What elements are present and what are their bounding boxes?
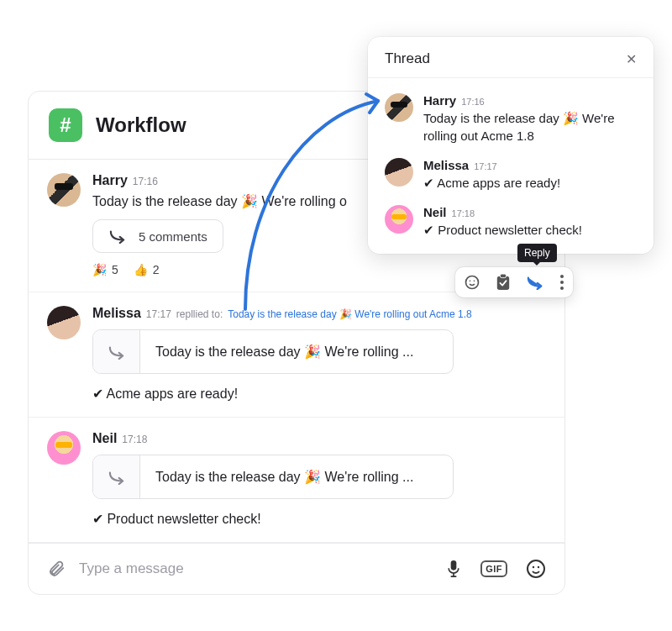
mic-icon[interactable] <box>445 559 462 579</box>
quoted-message[interactable]: Today is the release day 🎉 We're rolling… <box>92 455 454 499</box>
timestamp: 17:16 <box>461 97 485 107</box>
message-row: Melissa 17:17 repllied to: Today is the … <box>29 292 564 418</box>
sender-name[interactable]: Melissa <box>92 306 141 321</box>
sender-name[interactable]: Neil <box>423 205 447 219</box>
timestamp: 17:17 <box>146 308 171 320</box>
close-icon[interactable]: ✕ <box>626 51 637 67</box>
quoted-text: Today is the release day 🎉 We're rolling… <box>140 330 428 373</box>
divider <box>368 77 654 78</box>
svg-point-3 <box>528 560 544 577</box>
replied-to-link[interactable]: Today is the release day 🎉 We're rolling… <box>228 308 472 320</box>
hash-icon: # <box>49 108 82 142</box>
reaction-count: 5 <box>112 263 118 276</box>
avatar[interactable] <box>47 306 81 339</box>
svg-point-13 <box>560 287 564 290</box>
channel-title: Workflow <box>96 113 186 137</box>
comments-count-label: 5 comments <box>139 229 207 244</box>
thread-message: Neil 17:18 ✔ Product newsletter check! <box>368 198 654 245</box>
svg-point-7 <box>470 281 471 282</box>
sender-name[interactable]: Harry <box>423 93 456 108</box>
timestamp: 17:17 <box>474 161 497 171</box>
avatar[interactable] <box>47 431 81 465</box>
emoji-icon: 👍 <box>134 263 148 276</box>
svg-rect-10 <box>500 274 506 278</box>
message-text: ✔ Product newsletter check! <box>423 221 582 239</box>
svg-point-11 <box>560 275 564 278</box>
emoji-react-button[interactable] <box>464 274 480 291</box>
attach-icon[interactable] <box>47 560 66 578</box>
quoted-text: Today is the release day 🎉 We're rolling… <box>140 455 428 498</box>
thread-panel: Thread ✕ Harry 17:16 Today is the releas… <box>368 37 654 254</box>
avatar[interactable] <box>385 158 413 187</box>
svg-point-4 <box>533 566 534 568</box>
reaction-thumbs-up[interactable]: 👍 2 <box>134 263 160 276</box>
quoted-message[interactable]: Today is the release day 🎉 We're rolling… <box>92 329 454 374</box>
svg-rect-9 <box>497 276 509 290</box>
message-text: ✔ Acme apps are ready! <box>92 386 546 402</box>
comments-button[interactable]: 5 comments <box>92 219 223 253</box>
timestamp: 17:16 <box>133 176 158 187</box>
reply-button[interactable] <box>526 275 544 290</box>
svg-point-6 <box>466 276 479 289</box>
gif-button[interactable]: GIF <box>480 560 507 577</box>
message-action-bar: Reply <box>455 267 573 297</box>
sender-name[interactable]: Neil <box>92 431 117 446</box>
message-text: ✔ Acme apps are ready! <box>423 174 560 192</box>
message-input[interactable] <box>79 560 432 577</box>
reaction-tada[interactable]: 🎉 5 <box>92 263 118 276</box>
reply-arrow-icon <box>93 330 140 373</box>
avatar[interactable] <box>385 93 413 122</box>
timestamp: 17:18 <box>452 208 475 218</box>
thread-message: Melissa 17:17 ✔ Acme apps are ready! <box>368 151 654 198</box>
reply-arrow-icon <box>108 229 127 244</box>
emoji-icon: 🎉 <box>92 263 107 276</box>
thread-title: Thread <box>385 50 430 67</box>
message-row: Neil 17:18 Today is the release day 🎉 We… <box>29 418 564 543</box>
sender-name[interactable]: Melissa <box>423 158 469 172</box>
avatar[interactable] <box>47 173 81 207</box>
svg-point-12 <box>560 281 564 284</box>
task-button[interactable] <box>496 274 511 291</box>
avatar[interactable] <box>385 205 413 234</box>
composer: GIF <box>29 543 564 594</box>
thread-message: Harry 17:16 Today is the release day 🎉 W… <box>368 87 654 151</box>
reply-tooltip: Reply <box>517 244 557 262</box>
svg-point-5 <box>538 566 539 568</box>
message-text: ✔ Product newsletter check! <box>92 511 546 527</box>
emoji-icon[interactable] <box>526 559 546 579</box>
reply-arrow-icon <box>93 455 140 498</box>
replied-to-label: repllied to: <box>176 308 223 320</box>
message-text: Today is the release day 🎉 We're rolling… <box>423 109 637 145</box>
sender-name[interactable]: Harry <box>92 173 128 188</box>
svg-rect-0 <box>451 560 457 571</box>
timestamp: 17:18 <box>122 434 147 445</box>
reaction-count: 2 <box>153 263 160 276</box>
more-icon[interactable] <box>559 274 564 291</box>
svg-point-8 <box>474 281 475 282</box>
